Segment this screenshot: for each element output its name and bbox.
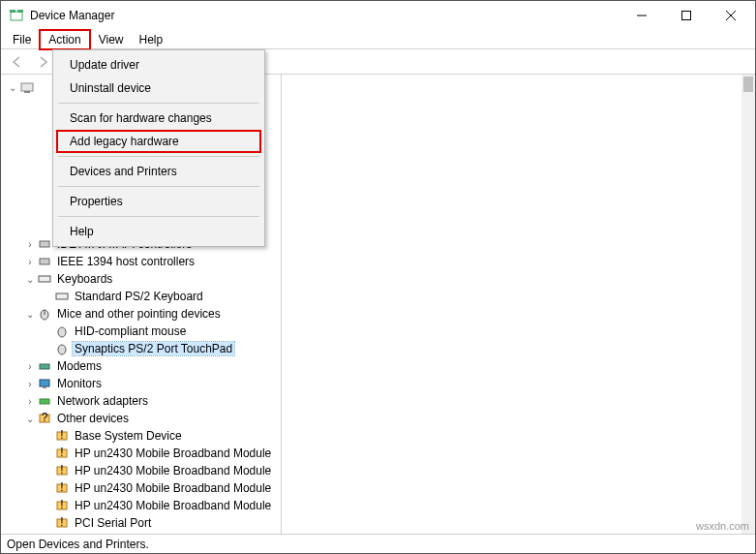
mouse-icon — [54, 323, 70, 339]
tree-item[interactable]: ⌄?Other devices — [1, 410, 281, 427]
svg-rect-11 — [39, 276, 50, 282]
menu-item-add-legacy-hardware[interactable]: Add legacy hardware — [56, 130, 261, 153]
tree-label: IEEE 1394 host controllers — [55, 255, 197, 268]
warning-icon: ! — [54, 463, 70, 478]
tree-item[interactable]: ⌄Mice and other pointing devices — [1, 305, 281, 323]
svg-rect-21 — [43, 386, 46, 388]
tree-item[interactable]: ⌄Keyboards — [1, 270, 281, 288]
tree-label: Other devices — [55, 412, 131, 425]
svg-text:!: ! — [60, 464, 63, 477]
menu-separator — [58, 186, 259, 187]
status-bar: Open Devices and Printers. — [1, 534, 755, 553]
svg-rect-4 — [682, 12, 691, 20]
window-title: Device Manager — [30, 9, 114, 22]
svg-rect-10 — [40, 259, 49, 264]
tree-label: HP un2430 Mobile Broadband Module — [73, 446, 273, 460]
action-menu-dropdown: Update driver Uninstall device Scan for … — [52, 49, 265, 247]
svg-rect-0 — [11, 12, 22, 20]
menu-item-scan-hardware[interactable]: Scan for hardware changes — [56, 107, 261, 130]
tree-label: Monitors — [55, 377, 104, 390]
tree-item[interactable]: Standard PS/2 Keyboard — [1, 288, 281, 305]
menu-item-update-driver[interactable]: Update driver — [56, 53, 261, 77]
menu-file[interactable]: File — [5, 31, 39, 48]
menu-item-devices-printers[interactable]: Devices and Printers — [56, 160, 261, 183]
tree-item[interactable]: ›IEEE 1394 host controllers — [1, 253, 281, 270]
maximize-button[interactable] — [664, 1, 709, 30]
svg-rect-1 — [10, 10, 15, 13]
menu-help[interactable]: Help — [132, 31, 171, 48]
tree-item[interactable]: ›Network adapters — [1, 392, 281, 410]
tree-label: Base System Device — [73, 429, 184, 443]
menu-item-help[interactable]: Help — [56, 220, 261, 243]
svg-rect-19 — [40, 364, 49, 369]
svg-text:!: ! — [60, 446, 63, 459]
close-button[interactable] — [709, 1, 753, 30]
svg-text:!: ! — [60, 481, 63, 494]
svg-text:!: ! — [60, 516, 63, 529]
monitor-icon — [37, 376, 52, 391]
svg-point-18 — [58, 345, 66, 354]
tree-label: Synaptics PS/2 Port TouchPad — [73, 342, 234, 355]
minimize-button[interactable] — [620, 1, 664, 30]
tree-label: HP un2430 Mobile Broadband Module — [73, 499, 273, 512]
tree-label: Modems — [55, 359, 104, 373]
svg-rect-9 — [40, 241, 49, 247]
title-bar: Device Manager — [1, 1, 755, 30]
menu-action[interactable]: Action — [39, 29, 90, 50]
tree-item[interactable]: !HP un2430 Mobile Broadband Module — [1, 445, 281, 462]
tree-item[interactable]: !Base System Device — [1, 427, 281, 445]
svg-rect-2 — [17, 10, 23, 13]
tree-label: Standard PS/2 Keyboard — [73, 290, 205, 303]
menu-view[interactable]: View — [91, 31, 132, 48]
tree-item[interactable]: !HP un2430 Mobile Broadband Module — [1, 462, 281, 479]
tree-label: Keyboards — [55, 272, 114, 286]
tree-item[interactable]: !HP un2430 Mobile Broadband Module — [1, 479, 281, 497]
tree-item[interactable]: !HP un2430 Mobile Broadband Module — [1, 497, 281, 514]
app-icon — [9, 8, 24, 23]
tree-label: HP un2430 Mobile Broadband Module — [73, 464, 273, 477]
menu-bar: File Action View Help — [1, 30, 755, 49]
menu-item-uninstall-device[interactable]: Uninstall device — [56, 77, 261, 100]
svg-point-17 — [58, 327, 66, 337]
warning-icon: ! — [54, 446, 70, 461]
svg-rect-22 — [40, 399, 49, 404]
menu-item-properties[interactable]: Properties — [56, 190, 261, 213]
mouse-icon — [54, 341, 70, 356]
keyboard-icon — [54, 289, 70, 304]
warning-icon: ! — [54, 498, 70, 513]
tree-item[interactable]: ›Monitors — [1, 375, 281, 392]
menu-separator — [58, 216, 259, 217]
tree-item-selected[interactable]: Synaptics PS/2 Port TouchPad — [1, 340, 281, 357]
svg-rect-8 — [24, 91, 30, 93]
tree-label: HID-compliant mouse — [73, 324, 188, 338]
tree-item[interactable]: !PCI Serial Port — [1, 514, 281, 532]
tree-label: HP un2430 Mobile Broadband Module — [73, 481, 273, 495]
tree-label: Network adapters — [55, 394, 150, 408]
tree-label: Mice and other pointing devices — [55, 307, 223, 321]
svg-text:!: ! — [60, 429, 63, 442]
tree-item[interactable]: HID-compliant mouse — [1, 323, 281, 340]
modem-icon — [37, 358, 52, 374]
warning-icon: ! — [54, 428, 70, 444]
svg-rect-7 — [21, 83, 33, 91]
mouse-icon — [37, 306, 52, 322]
warning-icon: ! — [54, 515, 70, 531]
svg-rect-14 — [56, 293, 68, 299]
tree-label: PCI Serial Port — [73, 516, 153, 530]
svg-text:?: ? — [42, 412, 48, 424]
network-icon — [37, 393, 52, 409]
detail-pane — [282, 75, 755, 534]
status-text: Open Devices and Printers. — [7, 538, 149, 551]
menu-separator — [58, 103, 259, 104]
svg-rect-20 — [40, 380, 49, 386]
watermark: wsxdn.com — [696, 520, 749, 532]
forward-button[interactable] — [32, 51, 53, 73]
svg-text:!: ! — [60, 499, 63, 511]
menu-separator — [58, 156, 259, 157]
back-button[interactable] — [7, 51, 28, 73]
keyboard-icon — [37, 271, 52, 287]
unknown-icon: ? — [37, 411, 52, 426]
tree-item[interactable]: ›Modems — [1, 357, 281, 375]
warning-icon: ! — [54, 480, 70, 496]
